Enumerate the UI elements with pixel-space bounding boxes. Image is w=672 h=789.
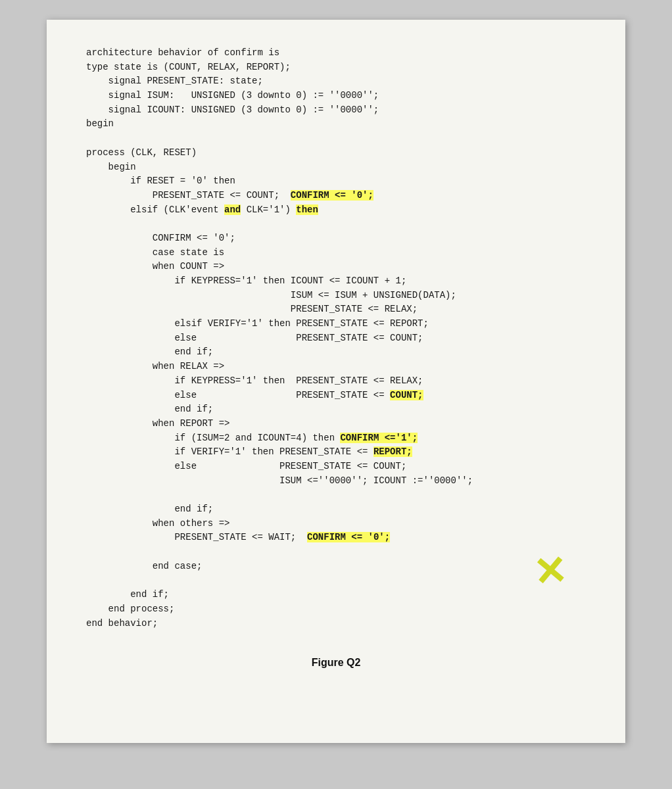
- x-annotation: ✕: [531, 551, 567, 593]
- highlight-report: REPORT;: [373, 446, 412, 457]
- highlight-confirm-report: CONFIRM <='1';: [340, 433, 418, 443]
- paper-document: architecture behavior of confirm is type…: [47, 20, 625, 743]
- code-content: architecture behavior of confirm is type…: [86, 46, 586, 631]
- highlight-then: then: [296, 204, 318, 215]
- figure-caption: Figure Q2: [86, 657, 586, 669]
- highlight-count-relax: COUNT;: [390, 390, 423, 400]
- highlight-confirm-others: CONFIRM <= '0';: [307, 532, 390, 542]
- highlight-and: and: [224, 204, 241, 215]
- highlight-confirm-count: CONFIRM <= '0';: [291, 190, 373, 201]
